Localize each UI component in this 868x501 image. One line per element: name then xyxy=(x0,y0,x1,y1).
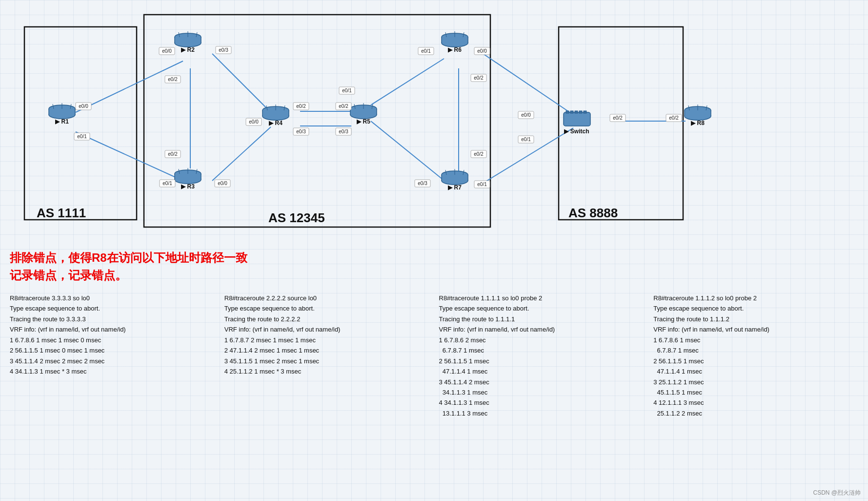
svg-text:e0/2: e0/2 xyxy=(168,77,178,82)
as8888-label: AS 8888 xyxy=(568,206,618,220)
trace3-line9: 3 45.1.1.4 2 msec xyxy=(439,377,644,387)
as12345-label: AS 12345 xyxy=(268,210,325,225)
svg-text:e0/0: e0/0 xyxy=(521,112,531,118)
router-r4: ▶ R4 xyxy=(262,104,289,126)
svg-rect-67 xyxy=(579,111,582,113)
trace3-line10: 34.1.1.3 1 msec xyxy=(439,387,644,397)
svg-rect-47 xyxy=(442,37,468,43)
router-r1: ▶ R1 xyxy=(49,103,75,125)
router-r8: ▶ R8 xyxy=(685,104,711,126)
svg-rect-72 xyxy=(685,110,711,116)
svg-text:▶ R5: ▶ R5 xyxy=(357,118,370,125)
svg-rect-2 xyxy=(49,109,75,115)
svg-text:e0/2: e0/2 xyxy=(296,104,306,109)
svg-text:e0/0: e0/0 xyxy=(477,48,487,54)
svg-rect-29 xyxy=(262,110,289,116)
svg-text:e0/1: e0/1 xyxy=(521,137,531,142)
trace3-line7: 2 56.1.1.5 1 msec xyxy=(439,356,644,366)
as1111-label: AS 1111 xyxy=(37,206,86,220)
svg-text:e0/3: e0/3 xyxy=(418,181,427,186)
router-r2: ▶ R2 xyxy=(175,31,201,53)
trace1-line7: 3 45.1.1.4 2 msec 2 msec 2 msec xyxy=(10,356,215,366)
trace3-line5: 1 6.7.8.6 2 msec xyxy=(439,335,644,345)
trace3-line12: 13.1.1.1 3 msec xyxy=(439,408,644,418)
trace4-line6: 6.7.8.7 1 msec xyxy=(653,345,858,355)
trace4-line4: VRF info: (vrf in name/id, vrf out name/… xyxy=(653,324,858,334)
svg-rect-38 xyxy=(350,109,377,115)
svg-rect-20 xyxy=(175,174,201,180)
trace2-line4: VRF info: (vrf in name/id, vrf out name/… xyxy=(224,324,429,334)
line-r3-r4 xyxy=(212,127,271,181)
trace1-line2: Type escape sequence to abort. xyxy=(10,303,215,313)
as1111-box xyxy=(24,27,137,220)
trace4-line5: 1 6.7.8.6 1 msec xyxy=(653,335,858,345)
trace-col-2: R8#traceroute 2.2.2.2 source lo0 Type es… xyxy=(224,293,429,418)
trace3-line4: VRF info: (vrf in name/id, vrf out name/… xyxy=(439,324,644,334)
trace2-line7: 3 45.1.1.5 1 msec 2 msec 1 msec xyxy=(224,356,429,366)
svg-rect-66 xyxy=(575,111,578,113)
topology-svg: ▶ R1 ▶ R2 ▶ R3 xyxy=(0,0,868,244)
svg-text:▶ Switch: ▶ Switch xyxy=(564,128,589,135)
svg-text:e0/1: e0/1 xyxy=(477,182,487,187)
trace4-line8: 47.1.1.4 1 msec xyxy=(653,366,858,376)
svg-text:e0/2: e0/2 xyxy=(168,151,178,157)
svg-text:e0/0: e0/0 xyxy=(249,119,259,125)
svg-rect-65 xyxy=(570,111,573,113)
svg-text:▶ R8: ▶ R8 xyxy=(691,120,705,126)
svg-text:e0/1: e0/1 xyxy=(421,48,431,54)
line-r2-r4 xyxy=(212,54,271,112)
router-r3: ▶ R3 xyxy=(175,168,201,190)
switch-icon: ▶ Switch xyxy=(564,111,590,135)
svg-text:▶ R4: ▶ R4 xyxy=(269,120,283,126)
line-r5-r7 xyxy=(371,121,443,180)
line-r6-switch xyxy=(483,54,573,115)
trace1-line4: VRF info: (vrf in name/id, vrf out name/… xyxy=(10,324,215,334)
svg-text:e0/2: e0/2 xyxy=(339,104,348,109)
trace2-line5: 1 6.7.8.7 2 msec 1 msec 1 msec xyxy=(224,335,429,345)
trace-col-4: R8#traceroute 1.1.1.2 so lo0 probe 2 Typ… xyxy=(653,293,858,418)
svg-rect-63 xyxy=(564,112,590,126)
port-text-r1-e00: e0/0 xyxy=(79,104,88,109)
trace-col-1: R8#traceroute 3.3.3.3 so lo0 Type escape… xyxy=(10,293,215,418)
trace1-line6: 2 56.1.1.5 1 msec 0 msec 1 msec xyxy=(10,345,215,355)
svg-text:e0/2: e0/2 xyxy=(474,75,484,81)
trace3-line6: 6.7.8.7 1 msec xyxy=(439,345,644,355)
svg-text:▶ R2: ▶ R2 xyxy=(181,46,195,53)
as12345-box xyxy=(144,15,490,227)
svg-text:e0/3: e0/3 xyxy=(219,47,228,53)
svg-text:e0/2: e0/2 xyxy=(474,151,484,157)
svg-rect-68 xyxy=(584,111,586,113)
svg-text:e0/0: e0/0 xyxy=(218,181,227,186)
svg-text:e0/1: e0/1 xyxy=(342,88,352,93)
trace1-line5: 1 6.7.8.6 1 msec 1 msec 0 msec xyxy=(10,335,215,345)
heading: 排除错点，使得R8在访问以下地址时路径一致 记录错点，记录错点。 xyxy=(10,249,858,284)
line-r5-r6 xyxy=(371,59,444,105)
heading-line1: 排除错点，使得R8在访问以下地址时路径一致 xyxy=(10,249,858,267)
svg-text:▶ R3: ▶ R3 xyxy=(181,183,195,190)
svg-text:e0/2: e0/2 xyxy=(669,115,679,121)
trace2-line6: 2 47.1.1.4 2 msec 1 msec 1 msec xyxy=(224,345,429,355)
trace2-line2: Type escape sequence to abort. xyxy=(224,303,429,313)
svg-text:▶ R6: ▶ R6 xyxy=(448,46,462,53)
trace4-line7: 2 56.1.1.5 1 msec xyxy=(653,356,858,366)
trace3-line2: Type escape sequence to abort. xyxy=(439,303,644,313)
line-r1-r2 xyxy=(76,61,183,112)
trace1-line1: R8#traceroute 3.3.3.3 so lo0 xyxy=(10,293,215,303)
svg-rect-11 xyxy=(175,37,201,43)
watermark: CSDN @烈火涟帅 xyxy=(813,489,861,497)
trace3-line11: 4 34.1.1.3 1 msec xyxy=(439,397,644,408)
router-r6: ▶ R6 xyxy=(442,31,468,53)
svg-text:e0/0: e0/0 xyxy=(162,48,172,54)
svg-text:e0/2: e0/2 xyxy=(613,115,623,121)
trace4-line11: 4 12.1.1.1 3 msec xyxy=(653,397,858,408)
trace4-line3: Tracing the route to 1.1.1.2 xyxy=(653,314,858,324)
trace3-line8: 47.1.1.4 1 msec xyxy=(439,366,644,376)
trace3-line1: R8#traceroute 1.1.1.1 so lo0 probe 2 xyxy=(439,293,644,303)
trace-col-3: R8#traceroute 1.1.1.1 so lo0 probe 2 Typ… xyxy=(439,293,644,418)
svg-text:e0/3: e0/3 xyxy=(296,129,306,134)
svg-rect-64 xyxy=(566,111,569,113)
trace1-line8: 4 34.1.1.3 1 msec * 3 msec xyxy=(10,366,215,376)
trace1-line3: Tracing the route to 3.3.3.3 xyxy=(10,314,215,324)
trace4-line12: 25.1.1.2 2 msec xyxy=(653,408,858,418)
trace4-line2: Type escape sequence to abort. xyxy=(653,303,858,313)
